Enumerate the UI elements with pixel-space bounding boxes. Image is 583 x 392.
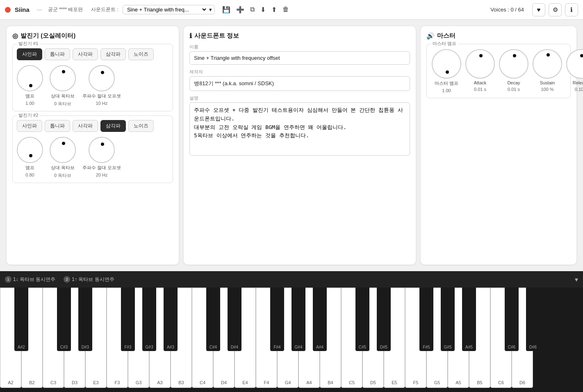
speaker-icon: 🔊 [426,32,435,40]
soundfont-selector-wrap[interactable]: Sine + Triangle with freq... ▾ [123,5,215,14]
master-attack-knob[interactable] [465,49,495,79]
osc1-label: 발진기 #1 [17,41,40,47]
osc1-wave-sine[interactable]: 사인파 [17,48,42,60]
master-decay-dot [513,54,516,57]
delete-icon[interactable]: 🗑 [281,5,291,14]
osc2-octave-knob-wrap: 상대 옥타브 0 옥타브 [50,137,76,179]
oscillator-title: ◎ 발진기 (오실레이터) [12,32,173,40]
soundfont-label: 사운드폰트 : [91,6,118,13]
osc1-freq-knob[interactable] [89,65,115,91]
black-key-A#4[interactable]: A#4 [313,288,327,351]
master-sustain-value: 100 % [541,87,553,92]
soundfont-info-panel: ℹ 사운드폰트 정보 이름 Sine + Triangle with frequ… [184,26,416,265]
sf-desc-value[interactable] [189,102,410,156]
osc1-amp-label: 앰프 [25,93,34,99]
master-release-knob[interactable] [566,49,583,79]
black-key-C#3[interactable]: C#3 [57,288,71,351]
osc2-octave-value: 0 옥타브 [54,172,71,179]
master-panel: 🔊 마스터 마스터 앰프 마스터 앰프 1.00 Attack 0 [421,26,576,265]
black-key-G#5[interactable]: G#5 [441,288,455,351]
osc2-wave-sine[interactable]: 사인파 [17,120,42,132]
master-sustain-knob[interactable] [533,49,562,79]
sf-author-value[interactable]: 병812기 *** (a.k.a. somni / SDSK) [189,76,410,91]
osc2-freq-value: 20 Hz [96,172,108,177]
black-key-F#3[interactable]: F#3 [121,288,135,351]
black-key-A#3[interactable]: A#3 [164,288,178,351]
copy-icon[interactable]: ⧉ [248,5,256,14]
osc2-wave-square[interactable]: 사각파 [73,120,98,132]
octave-up-btn[interactable]: 2 1↑ 옥타브 동시연주 [64,276,114,283]
octave-up-label: 1↑ 옥타브 동시연주 [72,276,114,283]
black-key-D#3[interactable]: D#3 [78,288,92,351]
black-key-F#4[interactable]: F#4 [270,288,284,351]
osc2-wave-noise[interactable]: 노이즈 [128,120,154,132]
black-key-D#5[interactable]: D#5 [377,288,391,351]
toolbar-icons: 💾 ➕ ⧉ ⬇ ⬆ 🗑 [221,5,291,14]
black-key-A#2[interactable]: A#2 [14,288,28,351]
master-amp-section-label: 마스터 앰프 [431,41,458,47]
add-icon[interactable]: ➕ [235,5,246,14]
logo-dot [5,7,11,13]
piano-keys: A2A#2B2C3C#3D3D#3E3F3F#3G3G#3A3A#3B3C4C#… [0,288,533,392]
sf-author-field: 제작자 병812기 *** (a.k.a. somni / SDSK) [189,69,410,91]
osc1-wave-triangle[interactable]: 삼각파 [100,48,126,60]
osc1-octave-label: 상대 옥타브 [51,93,75,99]
upload-icon[interactable]: ⬆ [270,5,278,14]
heart-icon-btn[interactable]: ♥ [532,3,545,16]
sf-name-field: 이름 Sine + Triangle with frequency offset [189,44,410,65]
osc2-octave-dot [62,142,65,145]
octave-down-badge: 1 [5,276,11,283]
black-key-G#4[interactable]: G#4 [292,288,305,351]
sf-name-value[interactable]: Sine + Triangle with frequency offset [189,51,410,65]
sf-desc-label: 설명 [189,95,410,101]
oscillator-panel: ◎ 발진기 (오실레이터) 발진기 #1 사인파 톱니파 사각파 삼각파 노이즈… [7,26,179,265]
osc2-freq-knob[interactable] [89,137,115,163]
master-attack-knob-wrap: Attack 0.01 s [465,49,495,92]
workspace-label: 공군 **** 배포판 [48,6,83,13]
settings-icon-btn[interactable]: ⚙ [549,3,562,16]
black-key-C#6[interactable]: C#6 [505,288,519,351]
app-name: Siina [15,6,30,13]
octave-down-label: 1↓ 옥타브 동시연주 [13,276,55,283]
osc1-amp-value: 1.00 [25,101,34,106]
info-icon-btn[interactable]: ℹ [565,3,578,16]
master-amp-dot [446,70,449,74]
soundfont-select[interactable]: Sine + Triangle with freq... [125,6,207,13]
master-decay-value: 0.01 s [508,87,520,92]
sf-desc-field: 설명 [189,95,410,157]
osc2-amp-knob[interactable] [17,137,43,163]
osc1-wave-saw[interactable]: 톱니파 [45,48,70,60]
osc2-wave-triangle[interactable]: 삼각파 [100,120,126,132]
master-sustain-dot [547,53,550,57]
osc2-octave-knob[interactable] [50,137,76,163]
black-key-C#5[interactable]: C#5 [355,288,369,351]
osc2-wave-buttons: 사인파 톱니파 사각파 삼각파 노이즈 [17,120,169,132]
osc1-amp-knob[interactable] [17,65,43,91]
black-key-D#6[interactable]: D#6 [526,288,540,351]
master-decay-knob[interactable] [499,49,528,79]
osc2-amp-label: 앰프 [25,165,34,171]
black-key-F#5[interactable]: F#5 [419,288,433,351]
osc1-wave-square[interactable]: 사각파 [73,48,98,60]
save-icon[interactable]: 💾 [221,5,232,14]
black-key-D#4[interactable]: D#4 [228,288,241,351]
black-key-G#3[interactable]: G#3 [142,288,156,351]
dropdown-icon: ▾ [209,7,212,13]
master-attack-label: Attack [474,80,487,85]
oscillator-icon: ◎ [12,32,18,40]
black-key-A#5[interactable]: A#5 [462,288,476,351]
osc1-octave-knob[interactable] [50,65,76,91]
osc1-wave-noise[interactable]: 노이즈 [128,48,154,60]
osc2-wave-saw[interactable]: 톱니파 [45,120,70,132]
osc1-freq-label: 주파수 절대 오프셋 [82,93,121,99]
osc2-amp-value: 0.80 [25,172,34,177]
piano-keys-wrap: A2A#2B2C3C#3D3D#3E3F3F#3G3G#3A3A#3B3C4C#… [0,288,583,392]
osc1-freq-knob-wrap: 주파수 절대 오프셋 10 Hz [82,65,121,106]
piano-collapse-btn[interactable]: ▾ [575,276,578,283]
osc1-amp-knob-wrap: 앰프 1.00 [17,65,43,106]
octave-down-btn[interactable]: 1 1↓ 옥타브 동시연주 [5,276,55,283]
master-amp-knob[interactable] [432,49,461,79]
master-amp-knob-wrap: 마스터 앰프 1.00 [432,49,461,93]
download-icon[interactable]: ⬇ [259,5,267,14]
black-key-C#4[interactable]: C#4 [206,288,220,351]
